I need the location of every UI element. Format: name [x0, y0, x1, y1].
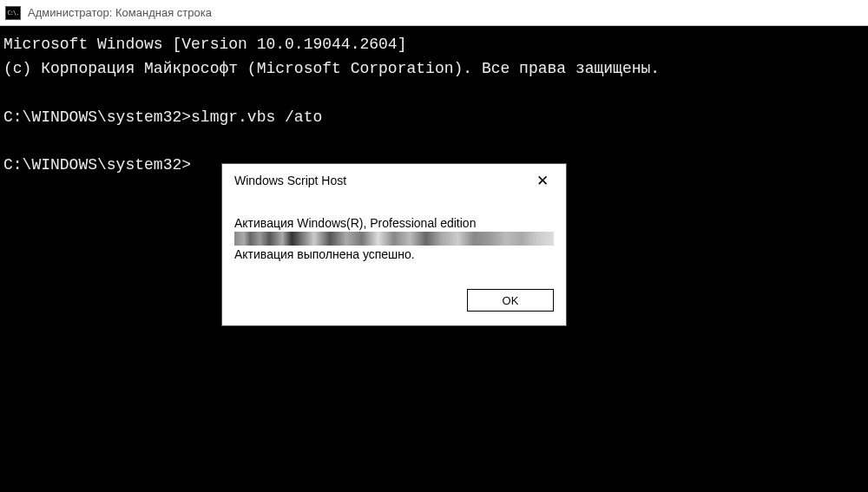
console-line: Microsoft Windows [Version 10.0.19044.26…: [3, 36, 406, 53]
dialog-header: Windows Script Host ✕: [222, 164, 566, 197]
console-line: (c) Корпорация Майкрософт (Microsoft Cor…: [3, 60, 660, 77]
console-line: C:\WINDOWS\system32>: [3, 156, 191, 174]
redacted-line: [234, 232, 554, 246]
cmd-icon: C:\.: [5, 6, 21, 20]
ok-button[interactable]: OK: [467, 289, 554, 312]
console-output[interactable]: Microsoft Windows [Version 10.0.19044.26…: [0, 26, 868, 185]
window-title: Администратор: Командная строка: [28, 6, 212, 19]
close-icon: ✕: [536, 172, 549, 190]
dialog-title: Windows Script Host: [234, 174, 346, 187]
dialog-message-line1: Активация Windows(R), Professional editi…: [234, 216, 554, 230]
dialog-footer: OK: [222, 273, 566, 325]
window-titlebar: C:\. Администратор: Командная строка: [0, 0, 868, 26]
message-dialog: Windows Script Host ✕ Активация Windows(…: [221, 163, 567, 326]
dialog-body: Активация Windows(R), Professional editi…: [222, 197, 566, 273]
close-button[interactable]: ✕: [529, 167, 556, 194]
cmd-icon-text: C:\.: [8, 10, 19, 16]
dialog-message-line2: Активация выполнена успешно.: [234, 247, 554, 261]
console-line: C:\WINDOWS\system32>slmgr.vbs /ato: [3, 108, 322, 126]
